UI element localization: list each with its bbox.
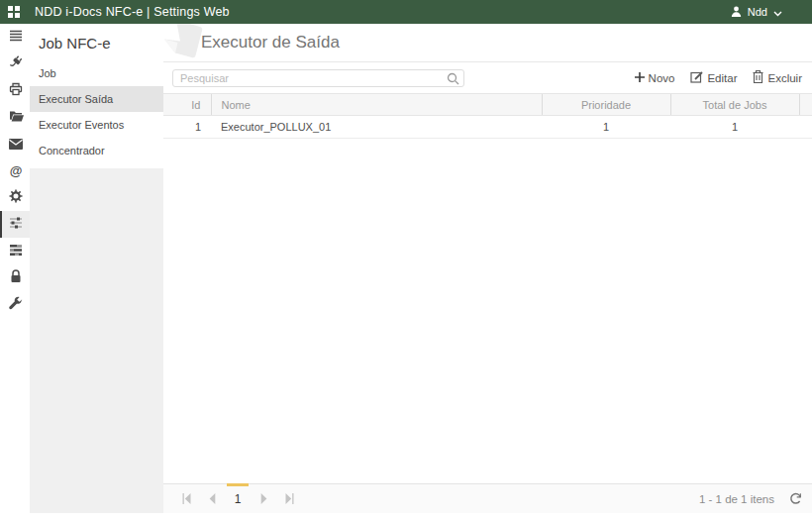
at-icon: @ xyxy=(10,164,23,177)
first-page-button[interactable] xyxy=(173,484,199,513)
rail-item-mail[interactable] xyxy=(0,131,30,157)
grid-empty-area xyxy=(163,139,812,483)
rail-item-printers[interactable] xyxy=(0,77,30,104)
sidebar-panel: Job NFC-e Job Executor Saída Executor Ev… xyxy=(30,24,163,513)
icon-rail: @ xyxy=(0,24,30,513)
first-page-icon xyxy=(181,490,192,508)
lock-icon xyxy=(10,269,22,287)
rail-item-settings[interactable] xyxy=(0,184,30,211)
prev-page-button[interactable] xyxy=(199,484,225,513)
edit-icon xyxy=(690,70,703,85)
cell-nome: Executor_POLLUX_01 xyxy=(211,116,542,139)
page-title-bar: Executor de Saída xyxy=(163,24,812,62)
pager-bar: 1 1 - 1 de 1 itens xyxy=(163,483,812,513)
sidebar-item-executor-saida[interactable]: Executor Saída xyxy=(30,86,163,112)
prev-page-icon xyxy=(207,490,218,508)
mail-icon xyxy=(9,136,23,154)
excluir-button[interactable]: Excluir xyxy=(753,70,802,85)
excluir-button-label: Excluir xyxy=(767,72,802,84)
wrench-icon xyxy=(9,296,23,314)
top-header: NDD i-Docs NFC-e | Settings Web Ndd xyxy=(0,0,812,24)
toolbar-buttons: Novo Editar Excluir xyxy=(635,70,802,85)
column-header-total-de-jobs[interactable]: Total de Jobs xyxy=(670,94,799,116)
grid-header-row: Id Nome Prioridade Total de Jobs xyxy=(163,94,812,116)
folder-icon xyxy=(9,109,24,127)
user-icon xyxy=(731,3,742,21)
cell-prioridade: 1 xyxy=(542,116,670,139)
last-page-button[interactable] xyxy=(276,484,302,513)
novo-button-label: Novo xyxy=(649,72,675,84)
sidebar-item-concentrador[interactable]: Concentrador xyxy=(30,138,163,163)
search-box xyxy=(172,68,464,88)
rail-item-at[interactable]: @ xyxy=(0,157,30,184)
page-1-button[interactable]: 1 xyxy=(225,484,251,513)
toolbar: Novo Editar Excluir xyxy=(163,62,812,93)
rail-item-job-settings[interactable] xyxy=(0,211,30,238)
cell-filler xyxy=(799,116,812,139)
refresh-icon[interactable] xyxy=(789,492,802,505)
pager-items-count: 1 - 1 de 1 itens xyxy=(699,493,774,505)
editar-button-label: Editar xyxy=(707,72,737,84)
search-icon[interactable] xyxy=(447,71,459,89)
novo-button[interactable]: Novo xyxy=(635,70,675,85)
search-input[interactable] xyxy=(172,69,464,87)
next-page-button[interactable] xyxy=(251,484,276,513)
queue-icon xyxy=(9,243,23,260)
rail-item-security[interactable] xyxy=(0,264,30,291)
chevron-down-icon xyxy=(773,3,782,21)
column-header-id[interactable]: Id xyxy=(163,94,211,116)
rail-item-connections[interactable] xyxy=(0,51,30,77)
gear-icon xyxy=(9,189,23,207)
sidebar-item-job[interactable]: Job xyxy=(30,60,163,86)
app-grid-icon[interactable] xyxy=(8,6,20,18)
app-window: NDD i-Docs NFC-e | Settings Web Ndd xyxy=(0,0,812,521)
current-page-number: 1 xyxy=(235,492,242,506)
rail-item-queues[interactable] xyxy=(0,238,30,264)
ndd-logo-watermark xyxy=(163,24,203,62)
rail-menu-button[interactable] xyxy=(0,24,30,51)
rail-item-files[interactable] xyxy=(0,104,30,131)
sidebar-menu: Job NFC-e Job Executor Saída Executor Ev… xyxy=(30,24,163,168)
column-header-nome[interactable]: Nome xyxy=(211,94,542,116)
last-page-icon xyxy=(284,490,295,508)
plug-icon xyxy=(9,55,23,73)
cell-id: 1 xyxy=(163,116,211,139)
menu-icon xyxy=(9,29,23,47)
next-page-icon xyxy=(258,490,269,508)
column-header-prioridade[interactable]: Prioridade xyxy=(542,94,670,116)
printer-icon xyxy=(9,82,23,100)
sliders-icon xyxy=(9,216,23,234)
page-title: Executor de Saída xyxy=(201,33,340,52)
sidebar-item-executor-eventos[interactable]: Executor Eventos xyxy=(30,112,163,138)
sidebar-heading: Job NFC-e xyxy=(30,24,163,60)
table-row[interactable]: 1 Executor_POLLUX_01 1 1 xyxy=(163,116,812,139)
cell-total-de-jobs: 1 xyxy=(670,116,799,139)
user-menu[interactable]: Ndd xyxy=(731,3,782,21)
content-area: Executor de Saída Novo Editar xyxy=(163,24,812,513)
rail-item-tools[interactable] xyxy=(0,291,30,318)
plus-icon xyxy=(635,72,645,84)
main-area: @ Job NFC-e Job Executor Saída xyxy=(0,24,812,513)
column-header-filler xyxy=(799,94,812,116)
app-title: NDD i-Docs NFC-e | Settings Web xyxy=(35,5,230,19)
data-grid: Id Nome Prioridade Total de Jobs 1 Execu… xyxy=(163,93,812,139)
trash-icon xyxy=(753,70,763,85)
bottom-strip xyxy=(0,513,812,521)
editar-button[interactable]: Editar xyxy=(690,70,737,85)
pager-info: 1 - 1 de 1 itens xyxy=(699,492,802,505)
user-name: Ndd xyxy=(748,6,767,18)
